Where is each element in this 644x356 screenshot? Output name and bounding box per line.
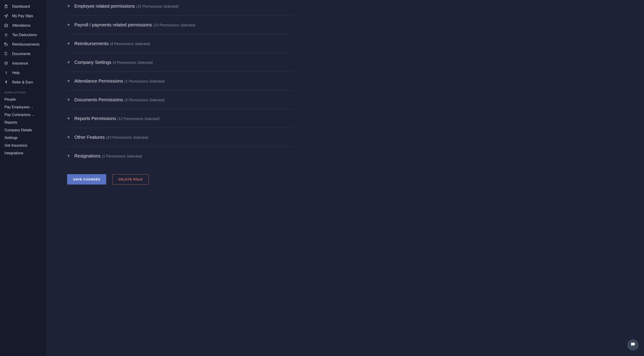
expand-icon: + — [67, 3, 74, 9]
admin-link-company-details[interactable]: Company Details — [0, 126, 47, 134]
sidebar-item-label: Insurance — [12, 61, 28, 65]
permission-group-other[interactable]: + Other Features (10 Permissions Selecte… — [67, 128, 293, 147]
permission-title: Company Settings — [74, 60, 111, 65]
admin-link-pay-employees[interactable]: Pay Employees ⌄ — [0, 103, 47, 111]
save-button[interactable]: SAVE CHANGES — [67, 174, 106, 184]
sidebar-item-reimbursements[interactable]: Reimbursements — [0, 40, 47, 49]
permission-title: Attendance Permissions — [74, 78, 123, 84]
admin-link-pay-contractors[interactable]: Pay Contractors ⌄ — [0, 111, 47, 119]
sidebar-item-dashboard[interactable]: Dashboard — [0, 2, 47, 11]
plus-minus-icon — [4, 33, 8, 37]
svg-point-3 — [5, 43, 6, 44]
chevron-down-icon: ⌄ — [32, 113, 34, 116]
admin-link-get-insurance[interactable]: Get Insurance — [0, 142, 47, 149]
sidebar-item-payslips[interactable]: My Pay Slips — [0, 11, 47, 21]
permission-count: (3 Permissions Selected) — [124, 98, 165, 102]
sidebar-item-label: Reimbursements — [12, 42, 40, 46]
svg-rect-2 — [5, 24, 8, 27]
expand-icon: + — [67, 59, 74, 65]
checkbox-icon — [4, 23, 8, 27]
admin-link-label: Settings — [4, 136, 18, 140]
sidebar-item-label: Help — [12, 71, 20, 75]
admin-link-label: Get Insurance — [4, 144, 27, 148]
permission-title: Reports Permissions — [74, 116, 116, 121]
admin-link-label: People — [4, 97, 16, 102]
permission-group-company-settings[interactable]: + Company Settings (4 Permissions Select… — [67, 53, 293, 72]
sidebar-item-tax[interactable]: Tax Deductions — [0, 30, 47, 40]
chat-widget-button[interactable] — [627, 339, 638, 351]
permission-group-reimbursements[interactable]: + Reimbursements (4 Permissions Selected… — [67, 34, 293, 53]
permission-group-attendance[interactable]: + Attendance Permissions (1 Permissions … — [67, 72, 293, 90]
sidebar-item-help[interactable]: Help — [0, 68, 47, 78]
main-content: + Employee related permissions (15 Permi… — [47, 0, 644, 356]
admin-link-settings[interactable]: Settings — [0, 134, 47, 142]
chat-icon — [630, 342, 636, 348]
permission-title: Resignations — [74, 153, 100, 159]
expand-icon: + — [67, 116, 74, 121]
permission-count: (4 Permissions Selected) — [112, 61, 153, 65]
sidebar-item-label: Refer & Earn — [12, 80, 33, 84]
actions-bar: SAVE CHANGES DELETE ROLE — [67, 174, 644, 184]
documents-icon — [4, 52, 8, 56]
admin-link-label: Company Details — [4, 128, 32, 132]
clipboard-icon — [4, 4, 8, 8]
permission-count: (12 Permissions Selected) — [118, 117, 160, 121]
shield-icon — [4, 61, 8, 65]
sidebar-item-refer[interactable]: Refer & Earn — [0, 78, 47, 87]
chevron-down-icon: ⌄ — [31, 106, 33, 109]
delete-button[interactable]: DELETE ROLE — [112, 174, 149, 184]
admin-link-label: Reports — [4, 121, 17, 125]
permission-title: Other Features — [74, 135, 105, 140]
expand-icon: + — [67, 97, 74, 103]
sidebar-item-label: Dashboard — [12, 4, 30, 8]
permission-title: Reimbursements — [74, 41, 108, 46]
permission-count: (1 Permissions Selected) — [102, 154, 142, 158]
permission-count: (10 Permissions Selected) — [106, 136, 148, 140]
send-icon — [4, 14, 8, 18]
admin-link-label: Integrations — [4, 151, 24, 155]
permission-group-employee[interactable]: + Employee related permissions (15 Permi… — [67, 0, 293, 15]
permission-title: Payroll / payments related permissions — [74, 22, 152, 27]
expand-icon: + — [67, 22, 74, 28]
admin-link-label: Pay Contractors — [4, 113, 30, 117]
permission-group-resignations[interactable]: + Resignations (1 Permissions Selected) — [67, 147, 293, 165]
permission-group-reports[interactable]: + Reports Permissions (12 Permissions Se… — [67, 109, 293, 128]
permissions-list: + Employee related permissions (15 Permi… — [67, 0, 293, 165]
admin-link-label: Pay Employees — [4, 105, 30, 109]
rupee-icon — [4, 80, 8, 84]
help-icon — [4, 71, 8, 75]
permission-count: (15 Permissions Selected) — [136, 4, 178, 8]
expand-icon: + — [67, 153, 74, 159]
expand-icon: + — [67, 78, 74, 84]
permission-count: (4 Permissions Selected) — [110, 42, 150, 46]
sidebar-item-label: My Pay Slips — [12, 14, 33, 18]
permission-title: Documents Permissions — [74, 97, 123, 102]
admin-link-integrations[interactable]: Integrations — [0, 149, 47, 157]
permission-group-documents[interactable]: + Documents Permissions (3 Permissions S… — [67, 90, 293, 109]
tag-icon — [4, 42, 8, 46]
sidebar-item-attendance[interactable]: Attendance — [0, 21, 47, 30]
expand-icon: + — [67, 134, 74, 140]
permission-title: Employee related permissions — [74, 3, 135, 9]
expand-icon: + — [67, 41, 74, 46]
permission-count: (10 Permissions Selected) — [153, 23, 196, 27]
permission-group-payroll[interactable]: + Payroll / payments related permissions… — [67, 15, 293, 34]
sidebar: Dashboard My Pay Slips Attendance Tax De… — [0, 0, 47, 356]
permission-count: (1 Permissions Selected) — [124, 79, 165, 83]
admin-link-reports[interactable]: Reports — [0, 119, 47, 126]
sidebar-item-label: Documents — [12, 52, 30, 56]
sidebar-item-insurance[interactable]: Insurance — [0, 59, 47, 68]
sidebar-item-label: Attendance — [12, 23, 30, 27]
admin-options-header: ADMIN OPTIONS — [0, 87, 47, 96]
admin-link-people[interactable]: People — [0, 96, 47, 103]
sidebar-item-label: Tax Deductions — [12, 33, 37, 37]
sidebar-item-documents[interactable]: Documents — [0, 49, 47, 59]
